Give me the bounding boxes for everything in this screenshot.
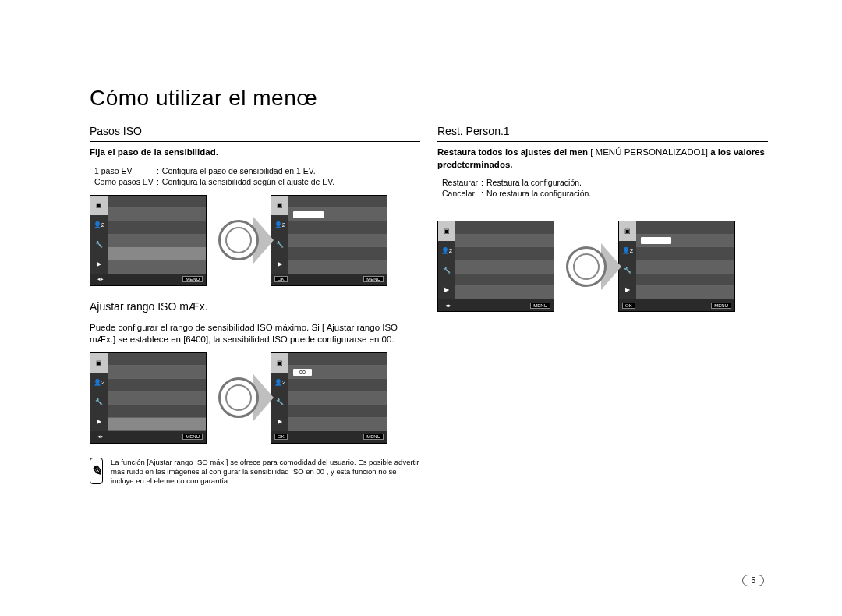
camera-icon: ▣ <box>438 221 455 241</box>
note-block: ✎ La función [Ajustar rango ISO máx.] se… <box>90 458 420 487</box>
menu-label: MENU <box>363 434 384 440</box>
popup-highlight <box>293 211 324 218</box>
person-icon: 👤2 <box>619 241 636 260</box>
note-icon: ✎ <box>90 458 103 484</box>
play-icon: ▶ <box>271 412 288 431</box>
left-arrow-icon: ◂▸ <box>94 276 108 282</box>
rule <box>90 141 420 142</box>
options-table-pasos: 1 paso EV:Conﬁgura el paso de sensibilid… <box>94 165 338 187</box>
menu-label: MENU <box>182 434 203 440</box>
dial-selector-icon <box>208 213 269 267</box>
left-column: Pasos ISO Fija el paso de la sensibilida… <box>90 125 420 487</box>
wrench-icon: 🔧 <box>619 260 636 280</box>
lcd-screen-popup: ▣ 👤2 🔧 ▶ 00 OK MENU <box>271 352 387 444</box>
left-arrow-icon: ◂▸ <box>94 434 108 440</box>
popup-highlight-value: 00 <box>293 369 312 376</box>
wrench-icon: 🔧 <box>90 235 108 254</box>
figure-row-rest: ▣ 👤2 🔧 ▶ ◂▸ MENU <box>437 221 768 312</box>
menu-label: MENU <box>711 303 731 309</box>
figure-row-pasos: ▣ 👤2 🔧 ▶ ◂▸ MENU <box>90 195 420 286</box>
menu-label: MENU <box>530 303 550 309</box>
heading-rest-person: Rest. Person.1 <box>437 125 768 137</box>
desc-pasos-iso: Fija el paso de la sensibilidad. <box>90 147 420 159</box>
rule <box>90 317 420 317</box>
page-title: Cómo utilizar el menœ <box>90 86 768 111</box>
lcd-screen-popup: ▣ 👤2 🔧 ▶ OK ME <box>618 221 735 312</box>
wrench-icon: 🔧 <box>271 235 288 254</box>
play-icon: ▶ <box>619 280 636 299</box>
person-icon: 👤2 <box>438 241 455 260</box>
desc-ajustar-rango: Puede conﬁgurar el rango de sensibilidad… <box>90 322 420 346</box>
wrench-icon: 🔧 <box>271 392 288 412</box>
left-arrow-icon: ◂▸ <box>441 303 455 309</box>
camera-icon: ▣ <box>271 353 288 373</box>
lcd-screen-menu: ▣ 👤2 🔧 ▶ ◂▸ MENU <box>437 221 554 312</box>
person-icon: 👤2 <box>90 373 108 392</box>
camera-icon: ▣ <box>619 221 636 241</box>
dial-selector-icon <box>208 370 269 425</box>
play-icon: ▶ <box>90 254 108 274</box>
desc-rest-person: Restaura todos los ajustes del men [ MEN… <box>437 147 768 171</box>
ok-label: OK <box>622 303 635 309</box>
play-icon: ▶ <box>271 254 288 274</box>
right-column: Rest. Person.1 Restaura todos los ajuste… <box>437 125 768 487</box>
lcd-screen-popup: ▣ 👤2 🔧 ▶ OK ME <box>271 195 387 286</box>
camera-icon: ▣ <box>271 196 288 215</box>
wrench-icon: 🔧 <box>438 260 455 280</box>
page-number: 5 <box>742 575 764 586</box>
menu-label: MENU <box>363 276 384 282</box>
figure-row-rango: ▣ 👤2 🔧 ▶ ◂▸ MENU <box>90 352 420 444</box>
popup-highlight <box>641 237 671 244</box>
play-icon: ▶ <box>90 412 108 431</box>
options-table-rest: Restaurar:Restaura la conﬁguración. Canc… <box>442 177 594 199</box>
wrench-icon: 🔧 <box>90 392 108 412</box>
lcd-screen-menu: ▣ 👤2 🔧 ▶ ◂▸ MENU <box>90 195 207 286</box>
dial-selector-icon <box>556 239 617 294</box>
rule <box>437 141 768 142</box>
ok-label: OK <box>274 276 288 282</box>
camera-icon: ▣ <box>90 353 108 373</box>
play-icon: ▶ <box>438 280 455 299</box>
lcd-screen-menu: ▣ 👤2 🔧 ▶ ◂▸ MENU <box>90 352 207 444</box>
heading-ajustar-rango: Ajustar rango ISO mÆx. <box>90 300 420 313</box>
person-icon: 👤2 <box>271 215 288 235</box>
menu-label: MENU <box>182 276 203 282</box>
person-icon: 👤2 <box>271 373 288 392</box>
heading-pasos-iso: Pasos ISO <box>90 125 420 137</box>
ok-label: OK <box>274 434 288 440</box>
person-icon: 👤2 <box>90 215 108 235</box>
note-text: La función [Ajustar rango ISO máx.] se o… <box>111 458 420 487</box>
camera-icon: ▣ <box>90 196 108 215</box>
